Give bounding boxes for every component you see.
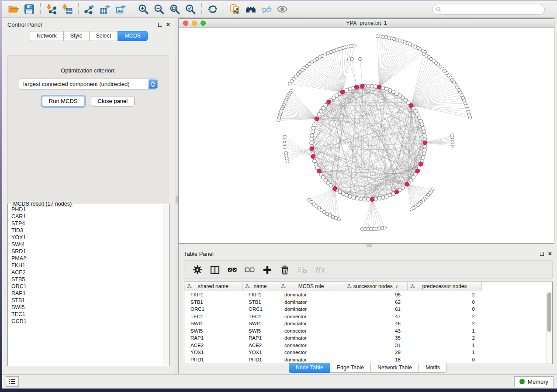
- mcds-node-item[interactable]: PMA2: [11, 255, 162, 262]
- mcds-node-item[interactable]: PHD1: [11, 206, 162, 213]
- zoom-selected-button[interactable]: [183, 3, 198, 16]
- table-row[interactable]: SWI5SWI5connector431: [184, 327, 552, 335]
- function-builder-icon: f(x): [315, 265, 325, 275]
- hide-selected-button[interactable]: [259, 3, 274, 16]
- float-table-panel-icon[interactable]: [540, 252, 544, 256]
- mcds-result-list[interactable]: PHD1CAR1STP4TID3YOX1SWI4SRD1PMA2FKH1ACE2…: [9, 206, 162, 365]
- tab-node-table[interactable]: Node Table: [289, 363, 330, 373]
- mcds-node-item[interactable]: CAR1: [11, 213, 162, 220]
- table-panel: Table Panel × f(x) shared namenameMCDS r…: [179, 248, 557, 374]
- table-row[interactable]: TEC1TEC1connector472: [184, 313, 552, 320]
- table-row[interactable]: YOX1YOX1connector291: [184, 349, 552, 356]
- refresh-button[interactable]: [205, 3, 221, 16]
- mcds-node-item[interactable]: TID3: [11, 227, 162, 234]
- mcds-result-scrollbar[interactable]: [163, 205, 169, 365]
- table-cell: TEC1: [242, 314, 278, 319]
- column-header-name[interactable]: name: [242, 282, 278, 291]
- close-panel-button[interactable]: Close panel: [91, 96, 135, 107]
- close-table-panel-icon[interactable]: ×: [548, 251, 552, 256]
- vertical-splitter-handle[interactable]: [176, 196, 178, 203]
- mcds-node-item[interactable]: GCR1: [11, 318, 162, 325]
- zoom-fit-icon: [169, 3, 180, 15]
- mcds-node-item[interactable]: STB5: [11, 276, 162, 283]
- table-cell: RAP1: [184, 335, 242, 340]
- table-cell: 96: [344, 292, 408, 297]
- table-row[interactable]: PHD1PHD1dominator180: [184, 356, 552, 364]
- mcds-node-item[interactable]: ACE2: [11, 269, 162, 276]
- save-session-button[interactable]: [21, 3, 37, 16]
- import-table-button[interactable]: [59, 3, 75, 16]
- open-file-button[interactable]: [6, 3, 21, 16]
- table-row[interactable]: ORC1ORC1dominator610: [184, 306, 552, 313]
- mcds-node-item[interactable]: STP4: [11, 220, 162, 227]
- close-panel-icon[interactable]: ×: [166, 22, 170, 27]
- zoom-in-button[interactable]: [135, 3, 151, 16]
- search-box[interactable]: [432, 4, 545, 15]
- export-network-button[interactable]: [82, 3, 97, 16]
- table-row[interactable]: FKH1FKH1dominator962: [184, 291, 552, 299]
- copy-network-button[interactable]: [227, 3, 243, 16]
- panel-list-button[interactable]: [6, 376, 19, 387]
- tab-mcds[interactable]: MCDS: [118, 31, 148, 41]
- show-all-button[interactable]: [274, 3, 290, 16]
- tab-motifs[interactable]: Motifs: [419, 363, 447, 373]
- main-toolbar: [2, 1, 557, 18]
- export-image-button[interactable]: [113, 3, 129, 16]
- table-row[interactable]: SWI4SWI4dominator462: [184, 320, 552, 327]
- status-bar: Memory: [2, 374, 557, 389]
- zoom-selected-icon: [185, 3, 196, 15]
- mcds-node-item[interactable]: RAP1: [11, 290, 162, 297]
- column-header-shared-name[interactable]: shared name: [184, 282, 242, 291]
- mcds-node-item[interactable]: STB1: [11, 297, 162, 304]
- column-header-predecessor-nodes[interactable]: predecessor nodes: [408, 282, 482, 291]
- mcds-node-item[interactable]: SWI4: [11, 241, 162, 248]
- table-cell: dominator: [278, 321, 344, 326]
- table-cell: YOX1: [184, 350, 242, 355]
- search-input[interactable]: [443, 5, 544, 14]
- run-mcds-button[interactable]: Run MCDS: [42, 96, 85, 107]
- mcds-node-item[interactable]: TEC1: [11, 311, 162, 318]
- table-row[interactable]: RAP1RAP1dominator352: [184, 334, 552, 342]
- settings-gear-button[interactable]: [190, 263, 204, 276]
- column-layout-button[interactable]: [208, 263, 221, 276]
- mcds-node-item[interactable]: SRD1: [11, 248, 162, 255]
- first-neighbors-button[interactable]: [243, 3, 259, 16]
- node-table-scrollbar-thumb[interactable]: [547, 292, 551, 332]
- mcds-node-item[interactable]: YOX1: [11, 234, 162, 241]
- delete-row-button[interactable]: [278, 263, 291, 276]
- float-panel-icon[interactable]: [158, 23, 162, 27]
- tab-style[interactable]: Style: [63, 31, 89, 41]
- mcds-node-item[interactable]: ORC1: [11, 283, 162, 290]
- network-window-titlebar[interactable]: YPA_prune.txt_1: [179, 19, 554, 28]
- select-all-button[interactable]: [225, 263, 239, 276]
- tab-network-table[interactable]: Network Table: [370, 363, 419, 373]
- export-table-button[interactable]: [97, 3, 113, 16]
- table-cell: 2: [408, 292, 482, 297]
- import-network-button[interactable]: [44, 3, 59, 16]
- node-table-scrollbar[interactable]: [546, 291, 552, 364]
- zoom-fit-button[interactable]: [167, 3, 183, 16]
- horizontal-splitter[interactable]: [179, 244, 554, 248]
- tree-icon: [347, 284, 352, 289]
- optimization-criterion-select[interactable]: largest connected component (undirected): [19, 79, 158, 89]
- tab-edge-table[interactable]: Edge Table: [330, 363, 370, 373]
- tab-network[interactable]: Network: [30, 31, 63, 41]
- table-row[interactable]: ACE2ACE2connector311: [184, 342, 552, 349]
- mcds-node-item[interactable]: FKH1: [11, 262, 162, 269]
- table-cell: connector: [278, 343, 344, 348]
- zoom-in-icon: [138, 3, 149, 15]
- tab-select[interactable]: Select: [89, 31, 118, 41]
- horizontal-splitter-handle[interactable]: [367, 244, 372, 247]
- deselect-all-button[interactable]: [243, 263, 256, 276]
- vertical-splitter[interactable]: [175, 18, 179, 374]
- mcds-result-box: MCDS result (17 nodes) PHD1CAR1STP4TID3Y…: [7, 204, 170, 366]
- mcds-node-item[interactable]: SWI5: [11, 304, 162, 311]
- table-row[interactable]: STB1STB1dominator620: [184, 299, 552, 306]
- network-canvas[interactable]: [179, 28, 554, 243]
- optimization-criterion-label: Optimization criterion:: [8, 67, 169, 74]
- column-header-MCDS-role[interactable]: MCDS role: [278, 282, 344, 291]
- memory-button[interactable]: Memory: [514, 376, 554, 387]
- zoom-out-button[interactable]: [151, 3, 167, 16]
- column-header-successor-nodes[interactable]: successor nodes∨: [344, 282, 408, 291]
- add-row-button[interactable]: [260, 263, 274, 276]
